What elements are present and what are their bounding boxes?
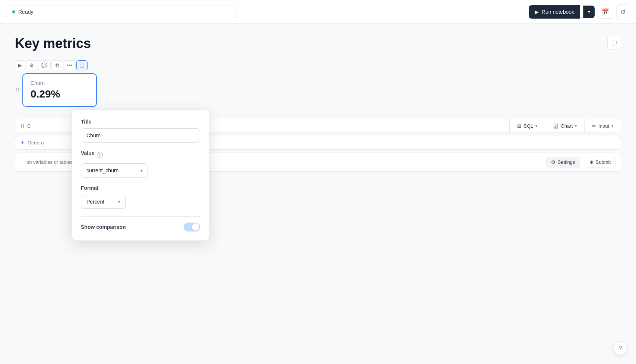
sql-chevron-icon: ▾ bbox=[535, 124, 537, 128]
title-section-label: Title bbox=[81, 119, 200, 125]
run-cell-icon: ▶ bbox=[18, 63, 22, 68]
code-label: C bbox=[27, 123, 31, 129]
display-mode-button[interactable]: ⬚ bbox=[607, 36, 621, 50]
chart-chevron-icon: ▾ bbox=[575, 124, 577, 128]
input-label: Input bbox=[598, 123, 609, 129]
metric-card: Churn 0.29% bbox=[22, 73, 97, 107]
main-content: ⬚ Key metrics ▶ ⚙ 💬 🗑 ••• ⬚ ⠿ Churn 0.29… bbox=[0, 24, 636, 183]
metric-card-value: 0.29% bbox=[31, 88, 89, 100]
submit-button[interactable]: ⊕ Submit bbox=[585, 157, 616, 167]
help-button[interactable]: ? bbox=[614, 342, 627, 355]
title-input[interactable] bbox=[81, 128, 200, 143]
sql-icon: ⊞ bbox=[517, 123, 521, 129]
comment-cell-button[interactable]: 💬 bbox=[38, 60, 51, 70]
more-cell-button[interactable]: ••• bbox=[64, 60, 76, 70]
more-icon: ••• bbox=[67, 63, 72, 68]
toggle-row: Show comparison bbox=[81, 223, 200, 232]
calendar-icon: 📅 bbox=[602, 8, 609, 15]
settings-button[interactable]: ⚙ Settings bbox=[546, 157, 580, 167]
show-comparison-label: Show comparison bbox=[81, 224, 126, 230]
generate-label: Genera bbox=[28, 140, 44, 146]
page-title: Key metrics bbox=[15, 36, 621, 51]
value-section-label: Value bbox=[81, 150, 95, 156]
status-label: Ready bbox=[18, 9, 33, 15]
spark-icon: ✦ bbox=[20, 140, 25, 146]
cell-toolbar: ▶ ⚙ 💬 🗑 ••• ⬚ bbox=[15, 60, 621, 70]
refresh-icon: ↺ bbox=[620, 8, 626, 16]
delete-cell-button[interactable]: 🗑 bbox=[51, 60, 63, 70]
status-pill: Ready bbox=[6, 6, 237, 18]
settings-icon: ⚙ bbox=[551, 159, 556, 165]
sql-button[interactable]: ⊞ SQL ▾ bbox=[509, 119, 545, 132]
popup-divider bbox=[81, 216, 200, 217]
run-cell-button[interactable]: ▶ bbox=[15, 60, 25, 70]
gear-icon: ⚙ bbox=[29, 63, 34, 68]
format-select[interactable]: Percent ▾ bbox=[81, 195, 126, 209]
top-bar-actions: ▶ Run notebook ▾ 📅 ↺ bbox=[529, 4, 630, 19]
drag-handle[interactable]: ⠿ bbox=[16, 87, 19, 93]
trash-icon: 🗑 bbox=[55, 63, 60, 68]
submit-label: Submit bbox=[596, 159, 611, 165]
value-chevron-icon: ▾ bbox=[140, 169, 142, 173]
input-chevron-icon: ▾ bbox=[611, 124, 613, 128]
run-notebook-label: Run notebook bbox=[542, 9, 574, 15]
status-dot bbox=[12, 10, 15, 13]
sql-label: SQL bbox=[523, 123, 533, 129]
info-icon: i bbox=[97, 152, 103, 158]
value-select-text: current_churn bbox=[86, 167, 118, 173]
top-bar: Ready ▶ Run notebook ▾ 📅 ↺ bbox=[0, 0, 636, 24]
chart-button[interactable]: 📊 Chart ▾ bbox=[545, 119, 584, 132]
value-info-row: Value i bbox=[81, 150, 200, 160]
settings-cell-button[interactable]: ⚙ bbox=[26, 60, 37, 70]
display-icon: ⬚ bbox=[611, 39, 617, 46]
metric-card-title: Churn bbox=[31, 80, 89, 86]
display-cell-button[interactable]: ⬚ bbox=[76, 60, 88, 70]
format-chevron-icon: ▾ bbox=[118, 200, 120, 204]
show-comparison-toggle[interactable] bbox=[184, 223, 200, 232]
comment-icon: 💬 bbox=[41, 63, 47, 68]
run-icon: ▶ bbox=[535, 9, 539, 15]
toggle-knob bbox=[192, 223, 199, 231]
chevron-down-icon: ▾ bbox=[588, 9, 590, 15]
info-icon-letter: i bbox=[99, 153, 100, 157]
format-section-label: Format bbox=[81, 185, 200, 191]
refresh-button[interactable]: ↺ bbox=[616, 4, 630, 19]
chart-icon: 📊 bbox=[553, 123, 559, 129]
value-select[interactable]: current_churn ▾ bbox=[81, 163, 148, 178]
format-select-text: Percent bbox=[86, 199, 104, 205]
calendar-button[interactable]: 📅 bbox=[598, 5, 613, 19]
input-button[interactable]: ✏ Input ▾ bbox=[584, 119, 621, 132]
submit-icon: ⊕ bbox=[589, 159, 594, 165]
code-icon: ⟨⟩ bbox=[20, 123, 24, 129]
run-notebook-dropdown-button[interactable]: ▾ bbox=[583, 6, 595, 18]
display-cell-icon: ⬚ bbox=[80, 63, 84, 68]
chart-label: Chart bbox=[561, 123, 573, 129]
code-cell-left[interactable]: ⟨⟩ C bbox=[15, 119, 36, 132]
run-notebook-button[interactable]: ▶ Run notebook bbox=[529, 5, 580, 19]
help-icon: ? bbox=[619, 345, 622, 352]
popup-panel: Title Value i current_churn ▾ Format Per… bbox=[72, 109, 209, 241]
settings-label: Settings bbox=[558, 159, 575, 165]
input-icon: ✏ bbox=[592, 123, 596, 129]
